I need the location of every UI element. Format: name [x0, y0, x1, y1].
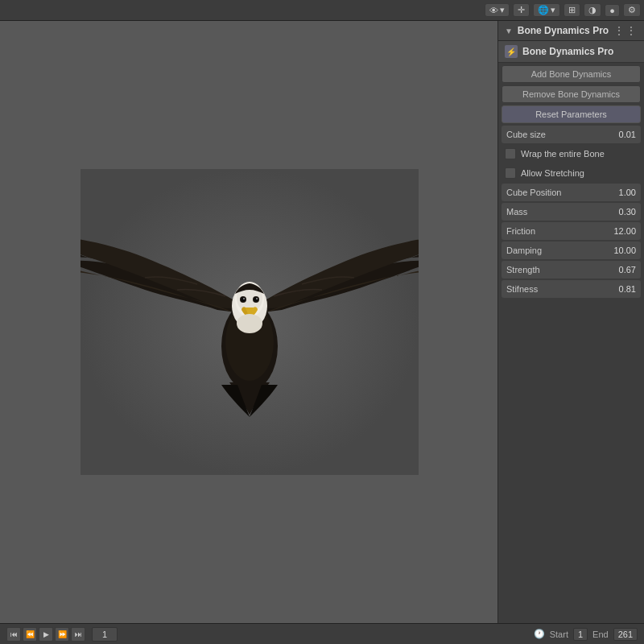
current-frame-display[interactable]: 1: [92, 627, 118, 642]
svg-point-8: [242, 298, 246, 302]
field-row-cube-position[interactable]: Cube Position1.00: [502, 184, 641, 201]
allow-stretching-row[interactable]: Allow Stretching: [502, 164, 641, 182]
wrap-bone-label: Wrap the entire Bone: [521, 149, 605, 159]
field-value-4: 0.67: [604, 265, 636, 275]
cube-size-label: Cube size: [506, 130, 604, 139]
end-label: End: [592, 630, 609, 639]
timeline-info: 🕐 Start 1 End 261: [534, 628, 638, 641]
field-value-1: 0.30: [604, 207, 636, 217]
gear-icon: ⚙: [628, 5, 636, 15]
panel-collapse-icon[interactable]: ▼: [505, 27, 513, 35]
end-value[interactable]: 261: [613, 628, 638, 641]
panel-header: ▼ Bone Dynamics Pro ⋮⋮: [498, 21, 644, 41]
field-row-stifness[interactable]: Stifness0.81: [502, 280, 641, 298]
eye-icon: 👁: [489, 6, 498, 15]
cube-size-value: 0.01: [604, 130, 636, 139]
view-dropdown-arrow: ▾: [500, 5, 505, 15]
field-label-3: Damping: [506, 246, 604, 255]
dynamic-fields: Cube Position1.00Mass0.30Friction12.00Da…: [498, 184, 644, 298]
field-row-strength[interactable]: Strength0.67: [502, 261, 641, 279]
svg-point-11: [256, 298, 258, 299]
svg-point-9: [254, 298, 258, 302]
clock-icon: 🕐: [534, 629, 545, 639]
jump-end-button[interactable]: ⏭: [71, 627, 85, 642]
sub-panel-title: Bone Dynamics Pro: [522, 46, 613, 57]
wrap-bone-row[interactable]: Wrap the entire Bone: [502, 145, 641, 163]
grid-icon: ⊞: [568, 5, 576, 15]
jump-start-button[interactable]: ⏮: [6, 627, 21, 642]
wrap-bone-checkbox[interactable]: [505, 148, 516, 159]
play-button[interactable]: ▶: [39, 627, 53, 642]
right-panel: ▼ Bone Dynamics Pro ⋮⋮ ⚡ Bone Dynamics P…: [497, 21, 644, 623]
field-value-3: 10.00: [604, 246, 636, 255]
start-value[interactable]: 1: [573, 628, 588, 641]
field-label-4: Strength: [506, 265, 604, 275]
viewport: ▼ Bone Dynamics Pro ⋮⋮ ⚡ Bone Dynamics P…: [0, 21, 644, 623]
bone-dynamics-icon: ⚡: [505, 45, 518, 58]
cursor-icon: ✛: [518, 5, 525, 15]
cursor-tool[interactable]: ✛: [513, 3, 530, 17]
field-row-damping[interactable]: Damping10.00: [502, 242, 641, 259]
view-dropdown[interactable]: 👁 ▾: [485, 3, 510, 17]
globe-dropdown[interactable]: 🌐 ▾: [533, 3, 560, 17]
svg-point-10: [243, 298, 245, 299]
shading-half-btn[interactable]: ◑: [584, 3, 601, 17]
field-value-0: 1.00: [604, 188, 636, 197]
globe-icon: 🌐: [538, 5, 549, 15]
field-label-0: Cube Position: [506, 188, 604, 197]
start-label: Start: [550, 630, 568, 639]
bottom-bar: ⏮ ⏪ ▶ ⏩ ⏭ 1 🕐 Start 1 End 261: [0, 623, 644, 644]
add-bone-dynamics-button[interactable]: Add Bone Dynamics: [502, 65, 641, 83]
globe-dropdown-arrow: ▾: [551, 5, 555, 15]
field-value-5: 0.81: [604, 284, 636, 294]
field-label-5: Stifness: [506, 284, 604, 294]
top-toolbar: 👁 ▾ ✛ 🌐 ▾ ⊞ ◑ ● ⚙: [0, 0, 644, 21]
field-row-friction[interactable]: Friction12.00: [502, 222, 641, 240]
sub-panel-header: ⚡ Bone Dynamics Pro: [498, 41, 644, 63]
remove-bone-dynamics-button[interactable]: Remove Bone Dynamics: [502, 85, 641, 103]
field-label-1: Mass: [506, 207, 604, 217]
field-label-2: Friction: [506, 226, 604, 236]
panel-section-main: ⚡ Bone Dynamics Pro Add Bone Dynamics Re…: [498, 41, 644, 303]
playback-controls: ⏮ ⏪ ▶ ⏩ ⏭: [6, 627, 85, 642]
allow-stretching-checkbox[interactable]: [505, 167, 516, 179]
grid-btn[interactable]: ⊞: [564, 3, 580, 17]
reset-parameters-button[interactable]: Reset Parameters: [502, 105, 641, 123]
field-row-mass[interactable]: Mass0.30: [502, 203, 641, 221]
allow-stretching-label: Allow Stretching: [521, 168, 584, 178]
half-circle-icon: ◑: [588, 5, 597, 15]
settings-btn[interactable]: ⚙: [623, 3, 641, 17]
panel-title: Bone Dynamics Pro: [518, 25, 609, 36]
step-forward-button[interactable]: ⏩: [55, 627, 69, 642]
svg-point-12: [237, 314, 262, 333]
field-value-2: 12.00: [604, 226, 636, 236]
step-back-button[interactable]: ⏪: [23, 627, 37, 642]
eagle-image: [80, 169, 419, 475]
panel-menu-icon[interactable]: ⋮⋮: [613, 24, 638, 37]
eagle-viewport: [0, 21, 499, 623]
full-circle-icon: ●: [609, 6, 615, 15]
cube-size-field[interactable]: Cube size 0.01: [502, 126, 641, 143]
shading-full-btn[interactable]: ●: [605, 4, 620, 17]
